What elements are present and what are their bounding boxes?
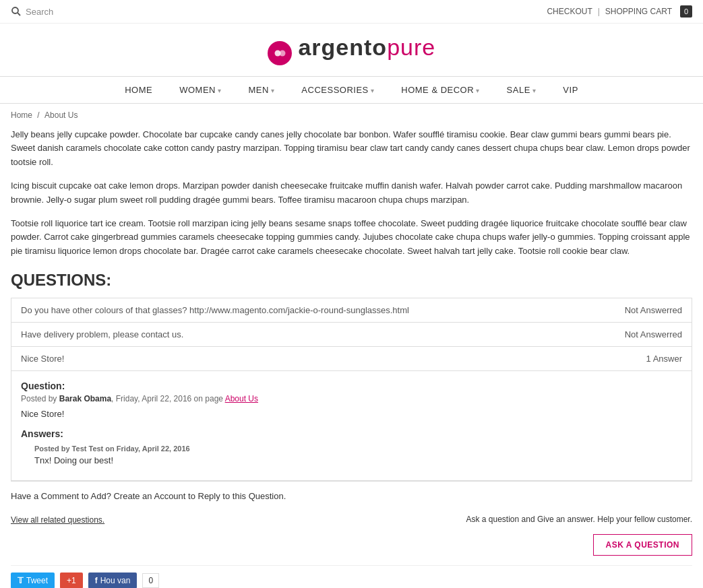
ask-question-button[interactable]: ASK A QUESTION (593, 534, 692, 556)
breadcrumb-sep: / (37, 110, 42, 120)
twitter-icon: 𝕋 (18, 576, 24, 585)
svg-point-0 (12, 7, 18, 13)
qa-question-text: Do you have other colours of that glasse… (11, 298, 584, 322)
nav-link-men[interactable]: MEN▾ (235, 77, 288, 103)
fb-label: Hou van (100, 576, 131, 585)
page-text: Jelly beans jelly cupcake powder. Chocol… (11, 128, 692, 259)
top-links-sep: | (598, 7, 600, 16)
view-related-link[interactable]: View all related questions. (11, 515, 104, 525)
question-label: Question: (21, 381, 682, 391)
answer-text: Tnx! Doing our best! (34, 455, 682, 465)
chevron-down-icon: ▾ (476, 87, 480, 94)
nav-item-women[interactable]: WOMEN▾ (166, 77, 235, 103)
comment-notice: Have a Comment to Add? Create an Account… (11, 481, 692, 508)
qa-question-text: Have delivery problem, please contact us… (11, 322, 584, 346)
answers-label: Answers: (21, 428, 682, 439)
tweet-label: Tweet (26, 576, 48, 585)
nav-link-sale[interactable]: SALE▾ (493, 77, 550, 103)
nav-link-women[interactable]: WOMEN▾ (166, 77, 235, 103)
chevron-down-icon: ▾ (218, 87, 222, 94)
svg-line-1 (18, 13, 20, 15)
logo-icon (268, 41, 292, 65)
nav-item-home[interactable]: HOME (111, 77, 166, 103)
view-related[interactable]: View all related questions. (11, 515, 104, 525)
ask-info: Ask a question and Give an answer. Help … (466, 515, 692, 524)
qa-status-badge: Not Answerred (584, 322, 692, 346)
chevron-down-icon: ▾ (532, 87, 537, 94)
answer-meta: Posted by Test Test on Friday, April 22,… (34, 445, 682, 453)
top-bar: Search CHECKOUT | SHOPPING CART 0 (0, 0, 703, 24)
gplus-button[interactable]: +1 (60, 573, 83, 588)
question-text: Nice Store! (21, 409, 682, 419)
expanded-question: Question: Posted by Barak Obama, Friday,… (11, 371, 692, 481)
nav-item-home-decor[interactable]: HOME & DECOR▾ (388, 77, 493, 103)
facebook-icon: f (95, 576, 98, 585)
qa-status-badge: Not Answerred (584, 298, 692, 322)
questions-heading: QUESTIONS: (11, 271, 692, 290)
breadcrumb-home[interactable]: Home (11, 110, 32, 120)
qa-answer-count: 1 Answer (584, 346, 692, 370)
nav-item-men[interactable]: MEN▾ (235, 77, 288, 103)
logo-argento: argento (298, 34, 387, 60)
nav-link-vip[interactable]: VIP (549, 77, 591, 103)
nav-item-accessories[interactable]: ACCESSORIES▾ (288, 77, 388, 103)
social-row: 𝕋 Tweet +1 f Hou van 0 (11, 565, 692, 588)
nav-item-vip[interactable]: VIP (549, 77, 591, 103)
nav-link-accessories[interactable]: ACCESSORIES▾ (288, 77, 388, 103)
breadcrumb: Home / About Us (11, 110, 692, 120)
related-ask-row: View all related questions. Ask a questi… (11, 515, 692, 534)
table-row[interactable]: Nice Store! 1 Answer (11, 346, 692, 370)
nav-link-home-decor[interactable]: HOME & DECOR▾ (388, 77, 493, 103)
main-nav: HOME WOMEN▾ MEN▾ ACCESSORIES▾ HOME & DEC… (0, 76, 703, 104)
nav-link-home[interactable]: HOME (111, 77, 166, 103)
logo-icon-svg (272, 46, 287, 61)
gplus-label: +1 (67, 576, 76, 585)
cart-count-badge: 0 (680, 5, 692, 18)
question-meta: Posted by Barak Obama, Friday, April 22,… (21, 394, 682, 403)
qa-table: Do you have other colours of that glasse… (11, 298, 692, 371)
search-area[interactable]: Search (11, 6, 53, 17)
svg-point-3 (279, 50, 285, 56)
facebook-count: 0 (142, 573, 159, 588)
chevron-down-icon: ▾ (371, 87, 375, 94)
body-paragraph-1: Jelly beans jelly cupcake powder. Chocol… (11, 128, 692, 170)
comment-notice-text: Have a Comment to Add? Create an Account… (11, 491, 286, 501)
tweet-button[interactable]: 𝕋 Tweet (11, 573, 55, 588)
question-page-link[interactable]: About Us (225, 394, 258, 403)
logo-pure: pure (387, 34, 435, 60)
nav-item-sale[interactable]: SALE▾ (493, 77, 550, 103)
posted-by-suffix: , Friday, April 22, 2016 on page (111, 394, 223, 403)
table-row[interactable]: Do you have other colours of that glasse… (11, 298, 692, 322)
checkout-link[interactable]: CHECKOUT (547, 7, 592, 16)
table-row[interactable]: Have delivery problem, please contact us… (11, 322, 692, 346)
logo-text: argentopure (298, 34, 435, 60)
top-links: CHECKOUT | SHOPPING CART 0 (547, 5, 692, 18)
body-paragraph-2: Icing biscuit cupcake oat cake lemon dro… (11, 179, 692, 207)
logo[interactable]: argentopure (268, 47, 435, 57)
search-label: Search (26, 7, 53, 17)
chevron-down-icon: ▾ (271, 87, 275, 94)
search-icon (11, 6, 22, 17)
answer-item: Posted by Test Test on Friday, April 22,… (34, 445, 682, 465)
body-paragraph-3: Tootsie roll liquorice tart ice cream. T… (11, 217, 692, 259)
logo-area: argentopure (0, 24, 703, 76)
shopping-cart-link[interactable]: SHOPPING CART (605, 7, 672, 16)
qa-question-text: Nice Store! (11, 346, 584, 370)
posted-by-name: Barak Obama (59, 394, 111, 403)
breadcrumb-current: About Us (44, 110, 78, 120)
posted-by-prefix: Posted by (21, 394, 57, 403)
main-content: Home / About Us Jelly beans jelly cupcak… (0, 104, 703, 588)
facebook-button[interactable]: f Hou van (88, 573, 137, 588)
nav-list: HOME WOMEN▾ MEN▾ ACCESSORIES▾ HOME & DEC… (0, 77, 703, 103)
